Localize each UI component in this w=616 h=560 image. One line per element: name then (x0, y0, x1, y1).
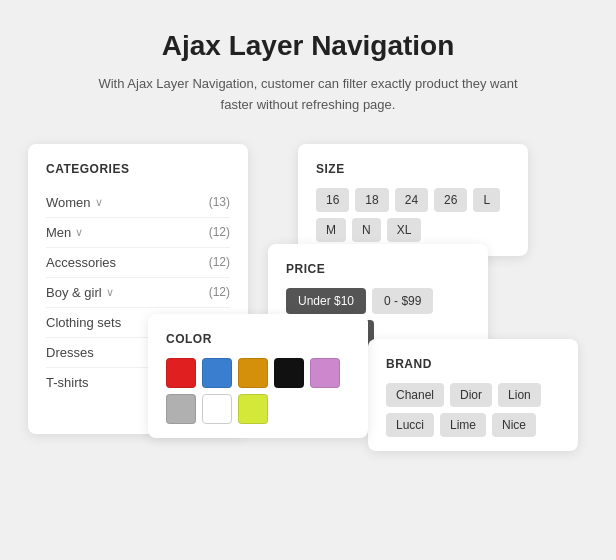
category-name: T-shirts (46, 375, 89, 390)
color-swatch[interactable] (238, 394, 268, 424)
size-option[interactable]: N (352, 218, 381, 242)
size-option[interactable]: 24 (395, 188, 428, 212)
price-label: PRICE (286, 262, 470, 276)
page-subtitle: With Ajax Layer Navigation, customer can… (98, 74, 518, 116)
category-name: Boy & girl (46, 285, 102, 300)
categories-label: CATEGORIES (46, 162, 230, 176)
size-option[interactable]: 16 (316, 188, 349, 212)
category-count: (13) (209, 195, 230, 209)
size-panel: SIZE 16182426LMNXL (298, 144, 528, 256)
category-count: (12) (209, 255, 230, 269)
category-item[interactable]: Accessories(12) (46, 248, 230, 278)
category-item[interactable]: Boy & girl∨(12) (46, 278, 230, 308)
brand-option[interactable]: Dior (450, 383, 492, 407)
color-swatch[interactable] (202, 394, 232, 424)
category-name: Men (46, 225, 71, 240)
brand-option[interactable]: Lime (440, 413, 486, 437)
color-swatch[interactable] (166, 358, 196, 388)
category-name: Women (46, 195, 91, 210)
category-count: (12) (209, 225, 230, 239)
chevron-down-icon: ∨ (106, 286, 114, 299)
brand-option[interactable]: Lucci (386, 413, 434, 437)
color-swatch[interactable] (202, 358, 232, 388)
size-option[interactable]: L (473, 188, 500, 212)
brand-option[interactable]: Nice (492, 413, 536, 437)
brand-option[interactable]: Lion (498, 383, 541, 407)
size-option[interactable]: XL (387, 218, 422, 242)
color-swatch[interactable] (238, 358, 268, 388)
brand-option[interactable]: Chanel (386, 383, 444, 407)
color-swatch[interactable] (310, 358, 340, 388)
category-name: Dresses (46, 345, 94, 360)
size-option[interactable]: M (316, 218, 346, 242)
category-name: Clothing sets (46, 315, 121, 330)
color-label: COLOR (166, 332, 350, 346)
category-item[interactable]: Men∨(12) (46, 218, 230, 248)
price-option[interactable]: 0 - $99 (372, 288, 433, 314)
size-option[interactable]: 26 (434, 188, 467, 212)
category-count: (12) (209, 285, 230, 299)
size-option[interactable]: 18 (355, 188, 388, 212)
size-grid: 16182426LMNXL (316, 188, 510, 242)
chevron-down-icon: ∨ (95, 196, 103, 209)
color-panel: COLOR (148, 314, 368, 438)
chevron-down-icon: ∨ (75, 226, 83, 239)
brand-grid: ChanelDiorLionLucciLimeNice (386, 383, 560, 437)
panels-area: CATEGORIES Women∨(13)Men∨(12)Accessories… (28, 144, 588, 454)
size-label: SIZE (316, 162, 510, 176)
price-option[interactable]: Under $10 (286, 288, 366, 314)
color-swatch[interactable] (274, 358, 304, 388)
brand-label: BRAND (386, 357, 560, 371)
brand-panel: BRAND ChanelDiorLionLucciLimeNice (368, 339, 578, 451)
category-name: Accessories (46, 255, 116, 270)
page-title: Ajax Layer Navigation (162, 30, 455, 62)
color-swatch[interactable] (166, 394, 196, 424)
category-item[interactable]: Women∨(13) (46, 188, 230, 218)
color-grid (166, 358, 350, 424)
